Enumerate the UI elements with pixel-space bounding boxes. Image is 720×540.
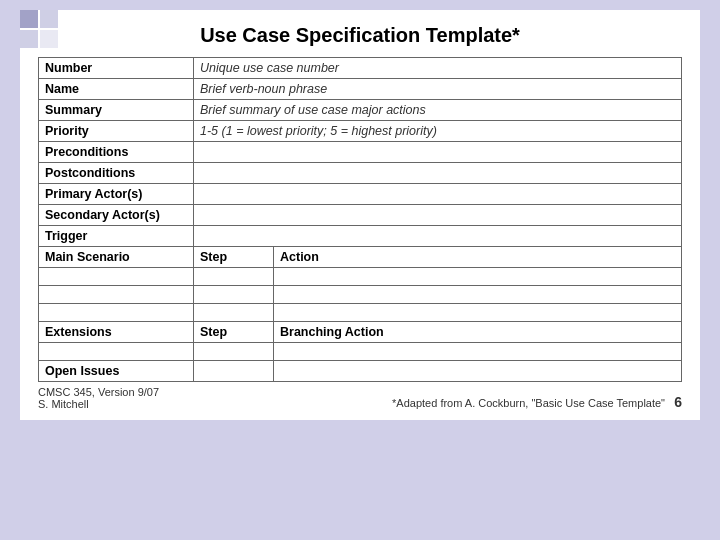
extensions-step-header: Step — [194, 322, 274, 343]
row-value — [194, 205, 682, 226]
row-step — [194, 268, 274, 286]
table-row — [39, 304, 682, 322]
table-row: Priority 1-5 (1 = lowest priority; 5 = h… — [39, 121, 682, 142]
row-label — [39, 304, 194, 322]
row-label: Priority — [39, 121, 194, 142]
page-number: 6 — [674, 394, 682, 410]
row-label: Summary — [39, 100, 194, 121]
row-label — [39, 286, 194, 304]
extensions-action-header: Branching Action — [274, 322, 682, 343]
row-label — [39, 268, 194, 286]
table-row: Primary Actor(s) — [39, 184, 682, 205]
action-header: Action — [274, 247, 682, 268]
row-action — [274, 268, 682, 286]
row-value — [194, 142, 682, 163]
open-issues-row: Open Issues — [39, 361, 682, 382]
open-issues-content — [274, 361, 682, 382]
row-action — [274, 286, 682, 304]
table-row: Preconditions — [39, 142, 682, 163]
spec-table: Number Unique use case number Name Brief… — [38, 57, 682, 382]
step-header: Step — [194, 247, 274, 268]
slide-container: Use Case Specification Template* Number … — [20, 10, 700, 420]
table-row: Trigger — [39, 226, 682, 247]
row-label: Preconditions — [39, 142, 194, 163]
row-value: Unique use case number — [194, 58, 682, 79]
svg-rect-3 — [40, 30, 58, 48]
main-scenario-header-row: Main Scenario Step Action — [39, 247, 682, 268]
svg-rect-2 — [20, 30, 38, 48]
row-step — [194, 343, 274, 361]
version-text: CMSC 345, Version 9/07 — [38, 386, 159, 398]
row-label: Secondary Actor(s) — [39, 205, 194, 226]
table-row: Secondary Actor(s) — [39, 205, 682, 226]
row-value: Brief verb-noun phrase — [194, 79, 682, 100]
open-issues-step — [194, 361, 274, 382]
footer-left: CMSC 345, Version 9/07 S. Mitchell — [38, 386, 159, 410]
row-value — [194, 163, 682, 184]
row-action — [274, 304, 682, 322]
attribution-text: *Adapted from A. Cockburn, "Basic Use Ca… — [392, 397, 665, 409]
row-action — [274, 343, 682, 361]
main-scenario-label: Main Scenario — [39, 247, 194, 268]
row-value: Brief summary of use case major actions — [194, 100, 682, 121]
row-label: Primary Actor(s) — [39, 184, 194, 205]
bg-decoration — [20, 10, 60, 50]
author-text: S. Mitchell — [38, 398, 159, 410]
row-value — [194, 184, 682, 205]
table-row — [39, 268, 682, 286]
extensions-label: Extensions — [39, 322, 194, 343]
table-row: Number Unique use case number — [39, 58, 682, 79]
table-row — [39, 343, 682, 361]
table-row: Summary Brief summary of use case major … — [39, 100, 682, 121]
row-label: Name — [39, 79, 194, 100]
svg-rect-0 — [20, 10, 38, 28]
table-row — [39, 286, 682, 304]
svg-rect-1 — [40, 10, 58, 28]
footer: CMSC 345, Version 9/07 S. Mitchell *Adap… — [38, 386, 682, 410]
row-label: Trigger — [39, 226, 194, 247]
footer-right: *Adapted from A. Cockburn, "Basic Use Ca… — [392, 394, 682, 410]
row-label — [39, 343, 194, 361]
row-label: Postconditions — [39, 163, 194, 184]
row-label: Number — [39, 58, 194, 79]
page-title: Use Case Specification Template* — [38, 24, 682, 47]
row-step — [194, 286, 274, 304]
open-issues-label: Open Issues — [39, 361, 194, 382]
extensions-header-row: Extensions Step Branching Action — [39, 322, 682, 343]
table-row: Postconditions — [39, 163, 682, 184]
row-step — [194, 304, 274, 322]
row-value: 1-5 (1 = lowest priority; 5 = highest pr… — [194, 121, 682, 142]
row-value — [194, 226, 682, 247]
table-row: Name Brief verb-noun phrase — [39, 79, 682, 100]
